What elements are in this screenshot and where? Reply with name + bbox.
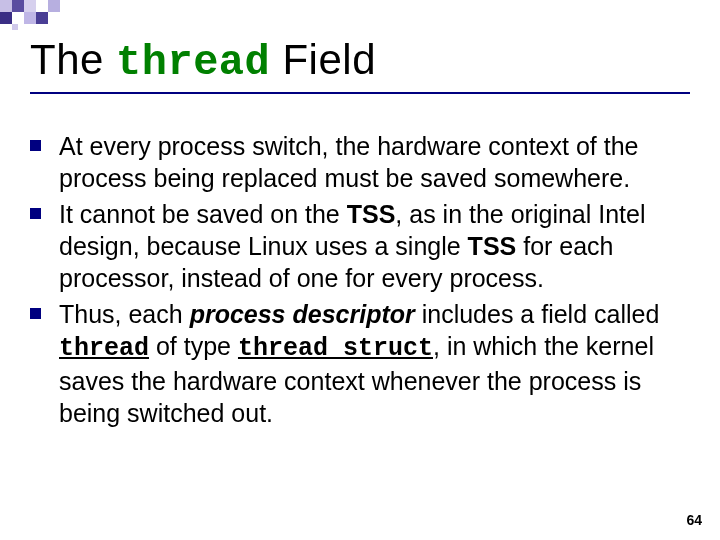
text-code: thread [59, 334, 149, 363]
bullet-list: At every process switch, the hardware co… [30, 130, 690, 433]
slide-title: The thread Field [30, 36, 690, 87]
text-bold: TSS [468, 232, 517, 260]
text-run: It cannot be saved on the [59, 200, 347, 228]
text-code: thread_struct [238, 334, 433, 363]
title-post: Field [270, 36, 376, 83]
bullet-text: Thus, each process descriptor includes a… [59, 298, 690, 429]
text-run: Thus, each [59, 300, 190, 328]
text-run: includes a field called [415, 300, 660, 328]
title-pre: The [30, 36, 116, 83]
slide: The thread Field At every process switch… [0, 0, 720, 540]
bullet-text: At every process switch, the hardware co… [59, 130, 690, 194]
text-run: At every process switch, the hardware co… [59, 132, 638, 192]
bullet-text: It cannot be saved on the TSS, as in the… [59, 198, 690, 294]
list-item: It cannot be saved on the TSS, as in the… [30, 198, 690, 294]
list-item: Thus, each process descriptor includes a… [30, 298, 690, 429]
square-bullet-icon [30, 308, 41, 319]
page-number: 64 [686, 512, 702, 528]
title-code: thread [116, 39, 270, 87]
text-run: of type [149, 332, 238, 360]
square-bullet-icon [30, 208, 41, 219]
square-bullet-icon [30, 140, 41, 151]
title-underline [30, 92, 690, 94]
list-item: At every process switch, the hardware co… [30, 130, 690, 194]
text-bold: TSS [347, 200, 396, 228]
text-emph: process descriptor [190, 300, 415, 328]
